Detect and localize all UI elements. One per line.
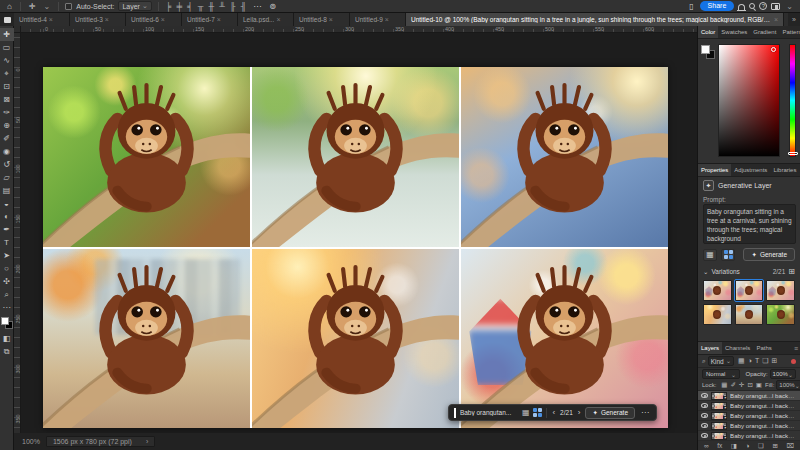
prompt-textarea[interactable]: Baby orangutan sitting in a tree at a ca… <box>703 204 796 244</box>
document-tab[interactable]: Untitled-6× <box>126 13 182 26</box>
layer-row[interactable]: ✦Baby orangut...l background <box>698 421 800 431</box>
lasso-tool[interactable]: ∿ <box>0 54 14 67</box>
tab-close-icon[interactable]: × <box>329 16 333 23</box>
tab-properties[interactable]: Properties <box>698 164 731 176</box>
filter-adjust-icon[interactable]: ◑ <box>748 357 752 365</box>
document-info-field[interactable]: 1506 px x 780 px (72 ppi) › <box>46 436 155 447</box>
foreground-background-colors[interactable] <box>1 317 13 329</box>
generated-image-city[interactable] <box>43 249 250 429</box>
document-tab[interactable]: Untitled-9× <box>350 13 406 26</box>
search-icon[interactable] <box>749 3 755 9</box>
horizontal-ruler[interactable]: 050100150200250300350400450500550600 <box>14 26 697 33</box>
path-selection-tool[interactable]: ➤ <box>0 249 14 262</box>
grid-view-icon[interactable]: ⊞ <box>788 267 795 276</box>
filter-toggle[interactable] <box>791 359 796 364</box>
generated-image-blue-bokeh[interactable] <box>461 67 668 247</box>
layer-visibility-eye-icon[interactable] <box>701 393 708 398</box>
move-tool-icon[interactable]: ✛ <box>27 0 38 13</box>
lock-all-icon[interactable]: ▣ <box>756 381 762 389</box>
edit-toolbar[interactable]: ⋯ <box>0 301 14 314</box>
tab-close-icon[interactable]: × <box>49 16 53 23</box>
layer-row[interactable]: ✦Baby orangut...l background <box>698 401 800 411</box>
blend-mode-dropdown[interactable]: Normal ⌄ <box>702 369 740 379</box>
pen-tool[interactable]: ✒ <box>0 223 14 236</box>
layer-row[interactable]: ✦Baby orangut...l background <box>698 411 800 421</box>
chevron-down-icon[interactable]: ⌄ <box>42 0 53 13</box>
next-variation-button[interactable]: › <box>577 408 582 417</box>
layer-row[interactable]: ✦Baby orangut...l background <box>698 391 800 401</box>
generated-image-sunset[interactable] <box>252 249 459 429</box>
lock-artboard-icon[interactable]: ⊡ <box>747 381 752 389</box>
align-icon[interactable]: ╟ <box>229 2 237 11</box>
generated-image-jungle-teal[interactable] <box>252 67 459 247</box>
tab-close-icon[interactable]: × <box>276 16 280 23</box>
adjust-icon[interactable]: ◑ <box>746 442 750 449</box>
filter-type-icon[interactable]: T <box>755 357 759 365</box>
similar-variations-button[interactable] <box>721 249 735 261</box>
filter-group-icon[interactable]: ❏ <box>762 357 768 365</box>
mask-icon[interactable]: ◨ <box>731 442 737 450</box>
tab-bar-leading-icon[interactable] <box>0 13 14 26</box>
chevron-right-icon[interactable]: › <box>146 438 148 445</box>
quick-mask-button[interactable]: ◧ <box>0 332 14 345</box>
eyedropper-tool[interactable]: ✑ <box>0 106 14 119</box>
gradient-tool[interactable]: ▤ <box>0 184 14 197</box>
filter-kind-dropdown[interactable]: Kind ⌄ <box>708 356 734 366</box>
share-button[interactable]: Share <box>700 1 735 11</box>
filter-image-icon[interactable]: ▦ <box>738 357 745 365</box>
align-icon[interactable]: ╞ <box>165 2 173 11</box>
frame-tool[interactable]: ⊠ <box>0 93 14 106</box>
chevron-down-icon[interactable]: ⌄ <box>784 0 795 13</box>
zoom-tool[interactable]: ⌕ <box>0 288 14 301</box>
foreground-background-colors[interactable] <box>701 45 715 59</box>
tab-close-icon[interactable]: × <box>105 16 109 23</box>
foreground-color-swatch[interactable] <box>701 45 710 54</box>
filter-new_layer-icon[interactable]: ⊞ <box>772 357 778 365</box>
tab-patterns[interactable]: Patterns <box>779 26 800 38</box>
tab-close-icon[interactable]: × <box>161 16 165 23</box>
document-tab[interactable]: Leila.psd...× <box>238 13 294 26</box>
workspace-switcher-icon[interactable] <box>771 3 780 10</box>
generated-image-carnival[interactable] <box>461 249 668 429</box>
hue-slider[interactable] <box>789 44 796 157</box>
new-layer-icon[interactable]: ⊞ <box>772 442 777 450</box>
variation-thumbnail[interactable] <box>703 304 732 325</box>
lock-move-icon[interactable]: ✛ <box>739 381 744 389</box>
history-brush-tool[interactable]: ↺ <box>0 158 14 171</box>
tab-swatches[interactable]: Swatches <box>718 26 750 38</box>
brush-tool[interactable]: ✐ <box>0 132 14 145</box>
layer-visibility-eye-icon[interactable] <box>701 403 708 408</box>
lock-paint-icon[interactable]: ✐ <box>731 381 736 389</box>
tab-overflow-icon[interactable]: » <box>788 13 800 26</box>
home-icon[interactable]: ⌂ <box>5 0 14 13</box>
tab-layers[interactable]: Layers <box>698 342 722 354</box>
generated-image-jungle-green[interactable] <box>43 67 250 247</box>
tab-adjustments[interactable]: Adjustments <box>731 164 770 176</box>
layer-visibility-eye-icon[interactable] <box>701 433 708 438</box>
reference-image-icon[interactable]: ▦ <box>522 408 530 417</box>
tab-gradient[interactable]: Gradient <box>750 26 779 38</box>
variation-thumbnail[interactable] <box>766 304 795 325</box>
tab-paths[interactable]: Paths <box>753 342 774 354</box>
hue-slider-marker[interactable] <box>788 152 798 155</box>
marquee-tool[interactable]: ▭ <box>0 41 14 54</box>
variation-thumbnail[interactable] <box>766 280 795 301</box>
dodge-tool[interactable]: ◐ <box>0 210 14 223</box>
eraser-tool[interactable]: ▱ <box>0 171 14 184</box>
tab-libraries[interactable]: Libraries <box>770 164 799 176</box>
help-icon[interactable]: ? <box>759 2 767 10</box>
clone-stamp-tool[interactable]: ◉ <box>0 145 14 158</box>
taskbar-generate-button[interactable]: ✦ Generate <box>585 407 635 419</box>
hand-tool[interactable]: ✣ <box>0 275 14 288</box>
taskbar-prompt-input[interactable] <box>460 407 518 418</box>
crop-tool[interactable]: ⊡ <box>0 80 14 93</box>
group-icon[interactable]: ❏ <box>758 442 764 450</box>
fx-icon[interactable]: fx <box>717 442 722 449</box>
document-tab[interactable]: Untitled-4× <box>14 13 70 26</box>
variation-thumbnail[interactable] <box>735 304 764 325</box>
trash-icon[interactable]: ⌧ <box>786 442 794 450</box>
move-tool[interactable]: ✛ <box>0 28 14 41</box>
object-selection-tool[interactable]: ⌖ <box>0 67 14 80</box>
tab-close-icon[interactable]: × <box>385 16 389 23</box>
previous-variation-button[interactable]: ‹ <box>551 408 556 417</box>
